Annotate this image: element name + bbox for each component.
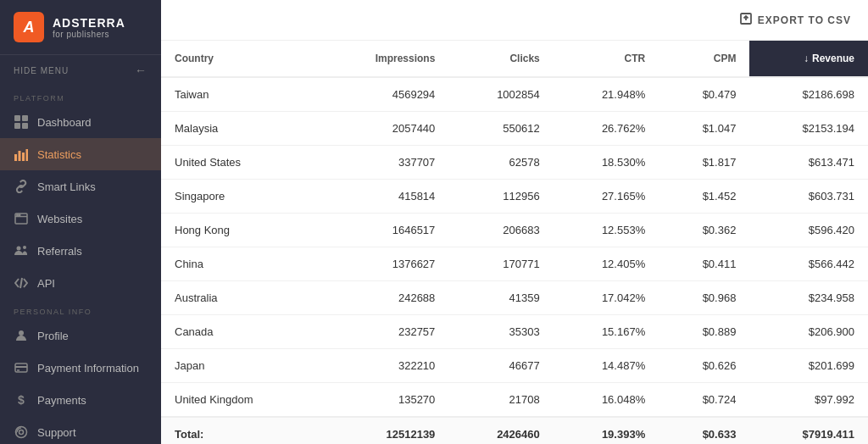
table-row: Australia 242688 41359 17.042% $0.968 $2… xyxy=(161,281,868,315)
cell-cpm: $1.817 xyxy=(659,146,749,180)
cell-impressions: 1376627 xyxy=(319,247,448,281)
svg-rect-4 xyxy=(14,154,17,161)
col-header-country[interactable]: Country xyxy=(161,41,319,77)
cell-country: Hong Kong xyxy=(161,214,319,247)
cell-revenue: $2186.698 xyxy=(749,77,868,112)
cell-country: Malaysia xyxy=(161,112,319,146)
cell-cpm: $1.047 xyxy=(659,112,749,146)
hide-menu-row[interactable]: HIDE MENU ← xyxy=(0,55,161,86)
hide-menu-arrow-icon: ← xyxy=(135,64,147,77)
sidebar-item-payments-label: Payments xyxy=(37,394,86,407)
cell-revenue: $603.731 xyxy=(749,180,868,214)
cell-clicks: 170771 xyxy=(448,247,553,281)
support-icon xyxy=(14,425,29,440)
svg-rect-5 xyxy=(19,151,21,161)
logo-text: ADSTERRA for publishers xyxy=(53,16,125,39)
svg-rect-1 xyxy=(22,115,28,121)
cell-revenue: $201.699 xyxy=(749,349,868,383)
cell-impressions: 242688 xyxy=(319,281,448,315)
cell-impressions: 337707 xyxy=(319,146,448,180)
cell-ctr: 27.165% xyxy=(554,180,659,214)
table-row: United Kingdom 135270 21708 16.048% $0.7… xyxy=(161,383,868,418)
sidebar-item-api[interactable]: API xyxy=(0,267,161,299)
statistics-table: Country Impressions Clicks CTR CPM xyxy=(161,41,868,444)
cell-revenue: $596.420 xyxy=(749,214,868,247)
col-header-revenue[interactable]: ↓Revenue xyxy=(749,41,868,77)
profile-icon xyxy=(14,328,29,343)
logo-title: ADSTERRA xyxy=(53,16,125,30)
websites-icon xyxy=(14,211,29,226)
sidebar-item-support[interactable]: Support xyxy=(0,416,161,444)
cell-clicks: 41359 xyxy=(448,281,553,315)
svg-rect-2 xyxy=(14,123,20,129)
col-header-ctr[interactable]: CTR xyxy=(554,41,659,77)
sidebar-item-payments[interactable]: $ Payments xyxy=(0,384,161,416)
cell-total-cpm: $0.633 xyxy=(659,417,749,444)
cell-impressions: 135270 xyxy=(319,383,448,418)
table-row: Taiwan 4569294 1002854 21.948% $0.479 $2… xyxy=(161,77,868,112)
cell-impressions: 232757 xyxy=(319,315,448,349)
cell-impressions: 415814 xyxy=(319,180,448,214)
api-icon xyxy=(14,275,29,291)
cell-ctr: 17.042% xyxy=(554,281,659,315)
sidebar-item-websites[interactable]: Websites xyxy=(0,203,161,235)
cell-clicks: 112956 xyxy=(448,180,553,214)
svg-rect-0 xyxy=(14,115,20,121)
cell-ctr: 18.530% xyxy=(554,146,659,180)
sidebar-item-dashboard[interactable]: Dashboard xyxy=(0,106,161,138)
col-header-clicks[interactable]: Clicks xyxy=(448,41,553,77)
cell-impressions: 2057440 xyxy=(319,112,448,146)
svg-point-11 xyxy=(19,214,20,216)
cell-revenue: $566.442 xyxy=(749,247,868,281)
sidebar-item-api-label: API xyxy=(37,277,55,290)
sidebar-item-payment-information[interactable]: Payment Information xyxy=(0,352,161,384)
cell-total-label: Total: xyxy=(161,417,319,444)
logo-icon: A xyxy=(14,12,44,42)
cell-clicks: 35303 xyxy=(448,315,553,349)
sidebar-item-payment-information-label: Payment Information xyxy=(37,362,139,375)
export-csv-button[interactable]: EXPORT TO CSV xyxy=(739,12,851,28)
table-row: Hong Kong 1646517 206683 12.553% $0.362 … xyxy=(161,214,868,247)
sidebar-item-profile[interactable]: Profile xyxy=(0,319,161,352)
cell-ctr: 15.167% xyxy=(554,315,659,349)
table-totals-row: Total: 12512139 2426460 19.393% $0.633 $… xyxy=(161,417,868,444)
svg-point-10 xyxy=(17,214,19,216)
dashboard-icon xyxy=(14,114,29,130)
export-icon xyxy=(739,12,753,28)
svg-rect-7 xyxy=(26,149,29,161)
cell-country: Singapore xyxy=(161,180,319,214)
sidebar-item-smart-links[interactable]: Smart Links xyxy=(0,170,161,203)
cell-cpm: $0.411 xyxy=(659,247,749,281)
sidebar-item-profile-label: Profile xyxy=(37,330,69,342)
cell-total-impressions: 12512139 xyxy=(319,417,448,444)
sidebar-item-statistics[interactable]: Statistics xyxy=(0,138,161,170)
table-row: Malaysia 2057440 550612 26.762% $1.047 $… xyxy=(161,112,868,146)
sidebar-item-dashboard-label: Dashboard xyxy=(37,116,92,129)
cell-country: United States xyxy=(161,146,319,180)
col-header-impressions[interactable]: Impressions xyxy=(319,41,448,77)
cell-revenue: $613.471 xyxy=(749,146,868,180)
svg-point-13 xyxy=(23,246,26,249)
col-header-cpm[interactable]: CPM xyxy=(659,41,749,77)
cell-cpm: $0.479 xyxy=(659,77,749,112)
sidebar-item-referrals[interactable]: Referrals xyxy=(0,235,161,267)
table-row: Japan 322210 46677 14.487% $0.626 $201.6… xyxy=(161,349,868,383)
cell-revenue: $2153.194 xyxy=(749,112,868,146)
logo-subtitle: for publishers xyxy=(53,30,125,39)
svg-point-12 xyxy=(17,247,21,251)
main-content: EXPORT TO CSV Country Impressions Clicks… xyxy=(161,0,868,444)
cell-ctr: 12.553% xyxy=(554,214,659,247)
cell-revenue: $206.900 xyxy=(749,315,868,349)
cell-ctr: 14.487% xyxy=(554,349,659,383)
cell-revenue: $97.992 xyxy=(749,383,868,418)
cell-clicks: 550612 xyxy=(448,112,553,146)
cell-clicks: 62578 xyxy=(448,146,553,180)
cell-cpm: $1.452 xyxy=(659,180,749,214)
sidebar-item-websites-label: Websites xyxy=(37,213,82,225)
cell-cpm: $0.626 xyxy=(659,349,749,383)
cell-impressions: 1646517 xyxy=(319,214,448,247)
payments-icon: $ xyxy=(14,392,29,408)
logo-area: A ADSTERRA for publishers xyxy=(0,0,161,55)
hide-menu-label: HIDE MENU xyxy=(14,66,69,75)
data-table-wrapper[interactable]: Country Impressions Clicks CTR CPM xyxy=(161,41,868,444)
